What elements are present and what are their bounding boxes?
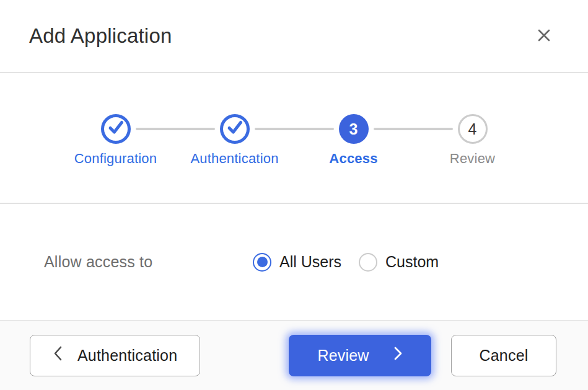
allow-access-label: Allow access to [44, 253, 253, 271]
step-circle-done [101, 114, 131, 144]
close-button[interactable] [533, 24, 555, 48]
step-authentication[interactable]: Authentication [175, 114, 294, 167]
check-icon [104, 115, 128, 143]
chevron-left-icon [53, 345, 63, 366]
step-label: Authentication [190, 151, 278, 167]
wizard-stepper: Configuration Authentication 3 Access [56, 114, 532, 167]
radio-dot [257, 257, 268, 267]
stepper-section: Configuration Authentication 3 Access [0, 73, 588, 204]
review-next-button[interactable]: Review [289, 335, 431, 376]
access-radio-group: All Users Custom [253, 253, 439, 272]
radio-option-custom[interactable]: Custom [359, 253, 439, 272]
step-configuration[interactable]: Configuration [56, 114, 175, 167]
step-access[interactable]: 3 Access [294, 114, 413, 167]
step-circle-done [220, 114, 250, 144]
step-circle-active: 3 [339, 114, 369, 144]
close-icon [535, 27, 553, 46]
radio-label: All Users [279, 253, 341, 271]
chevron-right-icon [393, 345, 403, 366]
modal-header: Add Application [0, 0, 588, 73]
step-number: 3 [349, 120, 358, 138]
radio-option-all-users[interactable]: All Users [253, 253, 341, 272]
next-button-label: Review [317, 347, 369, 365]
radio-unselected-icon[interactable] [359, 253, 377, 272]
radio-label: Custom [385, 253, 439, 271]
cancel-button[interactable]: Cancel [451, 335, 556, 376]
back-button-label: Authentication [77, 347, 177, 365]
back-authentication-button[interactable]: Authentication [30, 335, 200, 376]
step-circle-upcoming: 4 [458, 114, 488, 144]
step-number: 4 [468, 120, 477, 138]
cancel-button-label: Cancel [479, 347, 528, 365]
radio-selected-icon[interactable] [253, 253, 271, 272]
modal-footer: Authentication Review Cancel [0, 320, 588, 390]
check-icon [223, 115, 247, 143]
step-label: Access [329, 151, 377, 167]
step-label: Configuration [74, 151, 157, 167]
step-label: Review [450, 151, 495, 167]
add-application-modal: Add Application Configuration [0, 0, 588, 390]
access-form-section: Allow access to All Users Custom [0, 204, 588, 320]
page-title: Add Application [29, 24, 172, 48]
step-review[interactable]: 4 Review [413, 114, 532, 167]
